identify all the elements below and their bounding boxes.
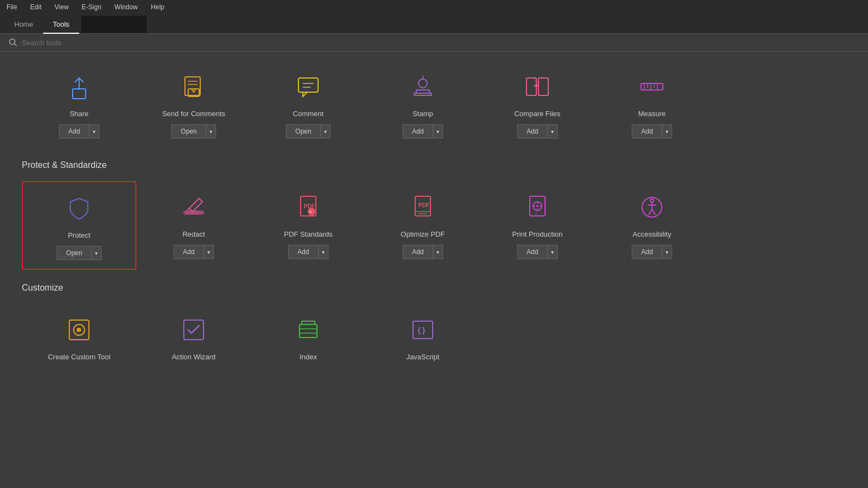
tool-card-optimize-pdf: PDF Optimize PDF Add ▾ xyxy=(366,181,480,270)
tool-card-share: Share Add ▾ xyxy=(22,61,136,147)
send-for-comments-dropdown-button[interactable]: ▾ xyxy=(206,124,216,138)
pdf-standards-icon: PDF i xyxy=(291,190,326,225)
searchbar xyxy=(0,34,868,52)
print-production-label: Print Production xyxy=(512,230,563,238)
print-production-icon: + xyxy=(520,190,555,225)
accessibility-icon xyxy=(634,190,669,225)
customize-heading: Customize xyxy=(22,283,846,293)
search-icon xyxy=(9,38,17,47)
redact-icon xyxy=(176,190,211,225)
accessibility-btn-group: Add ▾ xyxy=(632,245,672,259)
send-for-comments-label: Send for Comments xyxy=(162,110,225,118)
svg-rect-3 xyxy=(185,77,200,95)
optimize-pdf-add-button[interactable]: Add xyxy=(403,245,432,259)
optimize-pdf-dropdown-button[interactable]: ▾ xyxy=(433,245,443,259)
tab-home[interactable]: Home xyxy=(4,16,43,34)
share-add-button[interactable]: Add xyxy=(59,124,88,138)
redact-dropdown-button[interactable]: ▾ xyxy=(203,245,214,259)
stamp-icon xyxy=(405,69,440,104)
stamp-btn-group: Add ▾ xyxy=(403,124,442,138)
measure-dropdown-button[interactable]: ▾ xyxy=(662,124,672,138)
tab-document[interactable] xyxy=(81,16,147,33)
menu-esign[interactable]: E-Sign xyxy=(80,2,104,12)
svg-point-43 xyxy=(650,199,654,202)
print-production-btn-group: Add ▾ xyxy=(517,245,557,259)
compare-files-icon xyxy=(520,69,555,104)
svg-text:{}: {} xyxy=(417,326,426,335)
tool-card-print-production: + Print Production Add ▾ xyxy=(480,181,595,270)
compare-files-label: Compare Files xyxy=(514,110,561,118)
measure-label: Measure xyxy=(638,110,666,118)
optimize-pdf-btn-group: Add ▾ xyxy=(403,245,442,259)
menu-help[interactable]: Help xyxy=(149,2,167,12)
tabbar: Home Tools xyxy=(0,14,868,34)
svg-rect-13 xyxy=(414,93,432,95)
stamp-dropdown-button[interactable]: ▾ xyxy=(433,124,443,138)
send-for-comments-btn-group: Open ▾ xyxy=(171,124,215,138)
compare-files-btn-group: Add ▾ xyxy=(517,124,557,138)
measure-icon xyxy=(634,69,669,104)
measure-add-button[interactable]: Add xyxy=(632,124,661,138)
print-production-dropdown-button[interactable]: ▾ xyxy=(547,245,558,259)
svg-line-25 xyxy=(187,208,189,210)
protect-btn-group: Open ▾ xyxy=(57,246,101,260)
tool-card-measure: Measure Add ▾ xyxy=(595,61,709,147)
tab-tools[interactable]: Tools xyxy=(43,16,79,34)
comment-icon xyxy=(291,69,326,104)
redact-add-button[interactable]: Add xyxy=(173,245,203,259)
pdf-standards-dropdown-button[interactable]: ▾ xyxy=(318,245,328,259)
pdf-standards-add-button[interactable]: Add xyxy=(288,245,318,259)
send-for-comments-icon xyxy=(176,69,211,104)
protect-dropdown-button[interactable]: ▾ xyxy=(91,246,101,260)
javascript-icon: {} xyxy=(405,312,440,347)
share-label: Share xyxy=(70,110,89,118)
menu-file[interactable]: File xyxy=(4,2,19,12)
svg-line-1 xyxy=(15,44,17,46)
search-input[interactable] xyxy=(22,39,185,47)
javascript-label: JavaScript xyxy=(406,353,440,361)
create-custom-tool-icon xyxy=(62,312,97,347)
protect-open-button[interactable]: Open xyxy=(57,246,91,260)
compare-files-dropdown-button[interactable]: ▾ xyxy=(547,124,558,138)
svg-text:+: + xyxy=(535,212,537,215)
accessibility-label: Accessibility xyxy=(633,230,672,238)
protect-icon xyxy=(62,191,97,226)
send-for-comments-open-button[interactable]: Open xyxy=(171,124,205,138)
optimize-pdf-label: Optimize PDF xyxy=(401,230,445,238)
pdf-standards-label: PDF Standards xyxy=(284,230,333,238)
protect-label: Protect xyxy=(68,231,90,239)
menu-edit[interactable]: Edit xyxy=(28,2,44,12)
svg-rect-51 xyxy=(184,320,203,340)
optimize-pdf-icon: PDF xyxy=(405,190,440,225)
svg-rect-2 xyxy=(73,89,86,99)
svg-point-0 xyxy=(10,39,15,45)
share-dropdown-button[interactable]: ▾ xyxy=(89,124,99,138)
share-icon xyxy=(62,69,97,104)
tool-card-redact: Redact Add ▾ xyxy=(136,181,251,270)
stamp-add-button[interactable]: Add xyxy=(403,124,432,138)
tool-card-action-wizard: Action Wizard xyxy=(136,304,251,376)
menu-view[interactable]: View xyxy=(52,2,71,12)
print-production-add-button[interactable]: Add xyxy=(517,245,547,259)
tool-card-accessibility: Accessibility Add ▾ xyxy=(595,181,709,270)
customize-tools-grid: Create Custom Tool Action Wizard xyxy=(22,304,846,376)
tool-card-pdf-standards: PDF i PDF Standards Add ▾ xyxy=(251,181,366,270)
stamp-label: Stamp xyxy=(412,110,433,118)
pdf-standards-btn-group: Add ▾ xyxy=(288,245,328,259)
svg-rect-15 xyxy=(538,78,548,95)
accessibility-dropdown-button[interactable]: ▾ xyxy=(662,245,672,259)
compare-files-add-button[interactable]: Add xyxy=(517,124,547,138)
comment-open-button[interactable]: Open xyxy=(286,124,320,138)
redact-label: Redact xyxy=(182,230,205,238)
tool-card-compare-files: Compare Files Add ▾ xyxy=(480,61,595,147)
action-wizard-icon xyxy=(176,312,211,347)
tool-card-javascript: {} JavaScript xyxy=(366,304,480,376)
index-label: Index xyxy=(300,353,317,361)
menu-window[interactable]: Window xyxy=(112,2,140,12)
comment-dropdown-button[interactable]: ▾ xyxy=(320,124,331,138)
comment-btn-group: Open ▾ xyxy=(286,124,330,138)
svg-rect-7 xyxy=(298,78,318,92)
protect-standardize-heading: Protect & Standardize xyxy=(22,160,846,170)
index-icon xyxy=(291,312,326,347)
accessibility-add-button[interactable]: Add xyxy=(632,245,661,259)
